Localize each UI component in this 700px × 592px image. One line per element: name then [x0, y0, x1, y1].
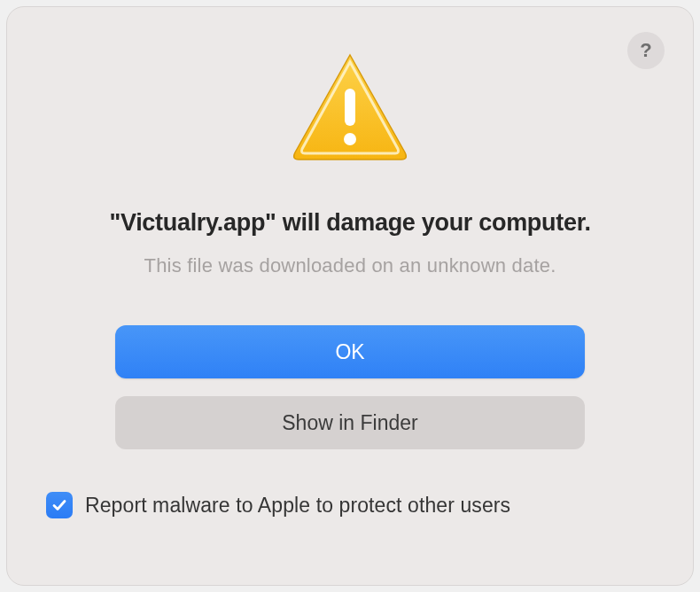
warning-icon	[288, 50, 412, 167]
report-checkbox-label: Report malware to Apple to protect other…	[85, 494, 510, 518]
show-in-finder-button[interactable]: Show in Finder	[115, 396, 585, 449]
ok-button-label: OK	[335, 340, 364, 364]
show-in-finder-label: Show in Finder	[282, 411, 417, 435]
svg-point-7	[344, 133, 356, 145]
ok-button[interactable]: OK	[115, 325, 585, 378]
report-checkbox-row: Report malware to Apple to protect other…	[43, 492, 657, 518]
svg-rect-6	[345, 89, 355, 126]
checkmark-icon	[51, 496, 68, 514]
dialog-message: This file was downloaded on an unknown d…	[144, 254, 556, 277]
help-icon: ?	[640, 39, 651, 62]
report-checkbox[interactable]	[46, 492, 73, 518]
malware-warning-dialog: ? "Victualry.app" will damage your compu…	[6, 6, 694, 586]
button-group: OK Show in Finder	[115, 325, 585, 449]
help-button[interactable]: ?	[627, 32, 665, 69]
dialog-title: "Victualry.app" will damage your compute…	[109, 209, 590, 237]
